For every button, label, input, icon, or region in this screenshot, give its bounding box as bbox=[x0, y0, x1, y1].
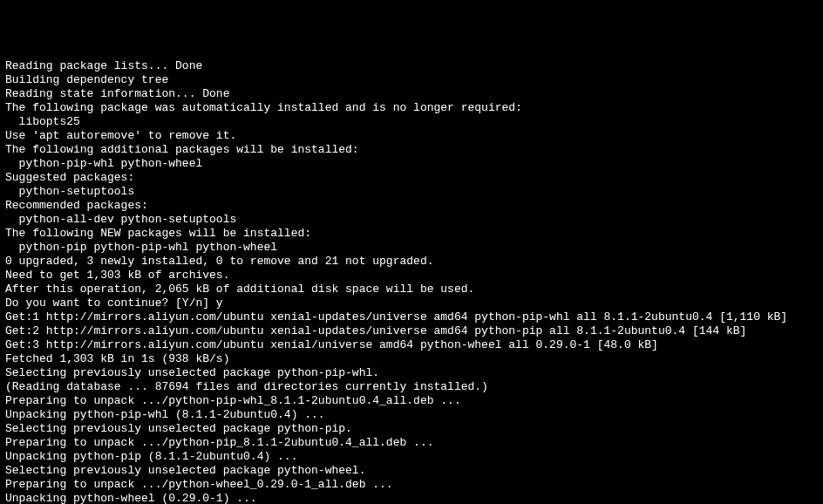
terminal-line: Selecting previously unselected package … bbox=[5, 422, 818, 436]
terminal-line: Selecting previously unselected package … bbox=[5, 464, 818, 478]
terminal-line: Recommended packages: bbox=[5, 199, 818, 213]
terminal-line: python-pip-whl python-wheel bbox=[5, 157, 818, 171]
terminal-line: After this operation, 2,065 kB of additi… bbox=[5, 283, 818, 296]
terminal-line: Preparing to unpack .../python-pip-whl_8… bbox=[5, 394, 818, 408]
terminal-line: Get:2 http://mirrors.aliyun.com/ubuntu x… bbox=[5, 324, 818, 338]
terminal-line: python-all-dev python-setuptools bbox=[5, 213, 818, 227]
terminal-line: python-pip python-pip-whl python-wheel bbox=[5, 241, 818, 255]
terminal-line: 0 upgraded, 3 newly installed, 0 to remo… bbox=[5, 255, 818, 269]
terminal-line: Preparing to unpack .../python-pip_8.1.1… bbox=[5, 436, 818, 450]
terminal-line: Selecting previously unselected package … bbox=[5, 366, 818, 380]
terminal-line: The following package was automatically … bbox=[5, 101, 818, 115]
terminal-line: Unpacking python-pip (8.1.1-2ubuntu0.4) … bbox=[5, 450, 818, 464]
terminal-line: Get:1 http://mirrors.aliyun.com/ubuntu x… bbox=[5, 310, 818, 324]
terminal-line: (Reading database ... 87694 files and di… bbox=[5, 380, 818, 394]
terminal-line: The following additional packages will b… bbox=[5, 143, 818, 157]
terminal-line: Unpacking python-pip-whl (8.1.1-2ubuntu0… bbox=[5, 408, 818, 422]
terminal-line: Building dependency tree bbox=[5, 73, 818, 87]
terminal-line: libopts25 bbox=[5, 115, 818, 129]
terminal-line: Get:3 http://mirrors.aliyun.com/ubuntu x… bbox=[5, 338, 818, 352]
terminal-line: Unpacking python-wheel (0.29.0-1) ... bbox=[5, 492, 818, 504]
terminal-line: python-setuptools bbox=[5, 185, 818, 199]
terminal-line: Suggested packages: bbox=[5, 171, 818, 185]
terminal-line: Use 'apt autoremove' to remove it. bbox=[5, 129, 818, 143]
terminal-line: Reading package lists... Done bbox=[5, 59, 818, 73]
terminal-line: Reading state information... Done bbox=[5, 87, 818, 101]
terminal-line: Preparing to unpack .../python-wheel_0.2… bbox=[5, 478, 818, 492]
terminal-line: Fetched 1,303 kB in 1s (938 kB/s) bbox=[5, 352, 818, 366]
terminal-line: Need to get 1,303 kB of archives. bbox=[5, 269, 818, 283]
terminal-output: Reading package lists... DoneBuilding de… bbox=[5, 59, 818, 504]
terminal-line: Do you want to continue? [Y/n] y bbox=[5, 296, 818, 310]
terminal-line: The following NEW packages will be insta… bbox=[5, 227, 818, 241]
